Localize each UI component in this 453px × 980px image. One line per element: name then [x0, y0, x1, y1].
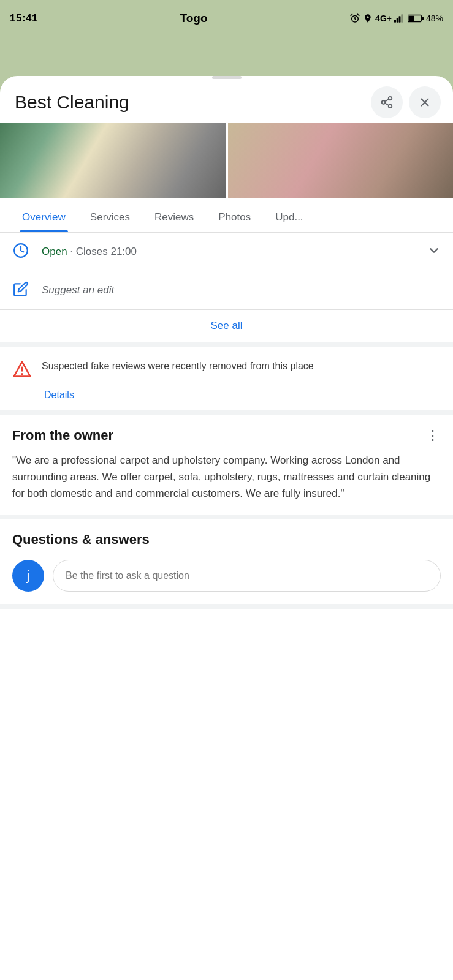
owner-title: From the owner	[12, 428, 113, 443]
svg-rect-4	[397, 18, 398, 23]
map-background	[0, 32, 453, 69]
close-icon	[418, 96, 432, 109]
svg-point-20	[21, 373, 23, 375]
svg-line-14	[385, 99, 389, 102]
svg-line-2	[358, 14, 359, 15]
svg-rect-8	[422, 17, 424, 20]
qa-section: Questions & answers j	[0, 519, 453, 609]
place-title: Best Cleaning	[15, 92, 129, 113]
svg-rect-5	[398, 16, 400, 23]
photo-right[interactable]	[228, 123, 454, 198]
network-type: 4G+	[375, 13, 392, 23]
pencil-icon-container	[12, 281, 29, 300]
svg-rect-6	[401, 14, 403, 23]
tab-reviews[interactable]: Reviews	[142, 203, 206, 232]
svg-rect-9	[408, 16, 414, 21]
suggest-edit-text: Suggest an edit	[42, 284, 114, 296]
warning-triangle-icon	[12, 360, 32, 380]
photo-strip[interactable]	[0, 123, 453, 203]
clock-icon	[13, 243, 29, 258]
suggest-edit-row[interactable]: Suggest an edit	[0, 271, 453, 309]
close-button[interactable]	[409, 86, 441, 118]
alert-row: Suspected fake reviews were recently rem…	[12, 359, 441, 382]
tab-overview[interactable]: Overview	[10, 203, 78, 232]
owner-description: "We are a professional carpet and uphols…	[12, 452, 441, 502]
share-button[interactable]	[371, 86, 403, 118]
avatar-letter: j	[27, 568, 30, 584]
alarm-icon	[349, 13, 360, 24]
chevron-down-icon	[427, 244, 441, 257]
qa-title: Questions & answers	[12, 532, 441, 548]
svg-line-1	[351, 14, 352, 15]
hours-expand[interactable]	[427, 244, 441, 260]
tabs-bar: Overview Services Reviews Photos Upd...	[0, 203, 453, 233]
closes-time: · Closes 21:00	[70, 246, 137, 257]
pencil-icon	[13, 281, 29, 297]
see-all-row[interactable]: See all	[0, 310, 453, 347]
suggest-edit-label: Suggest an edit	[42, 284, 441, 296]
place-card: Best Cleaning Overv	[0, 76, 453, 980]
warning-icon-container	[12, 360, 32, 382]
svg-rect-3	[394, 20, 396, 23]
alert-section: Suspected fake reviews were recently rem…	[0, 347, 453, 415]
tab-updates[interactable]: Upd...	[263, 203, 315, 232]
hours-content: Open · Closes 21:00	[42, 246, 415, 258]
status-carrier: Togo	[180, 12, 208, 25]
owner-header: From the owner ⋮	[12, 428, 441, 443]
location-icon	[363, 13, 373, 23]
more-options-button[interactable]: ⋮	[426, 428, 441, 443]
photo-left[interactable]	[0, 123, 226, 198]
clock-icon-container	[12, 243, 29, 261]
see-all-button[interactable]: See all	[211, 320, 243, 332]
open-status: Open	[42, 246, 67, 257]
header-actions	[371, 86, 441, 118]
qa-input-row: j	[12, 560, 441, 592]
signal-icon	[394, 13, 405, 23]
details-link[interactable]: Details	[44, 390, 441, 401]
hours-row[interactable]: Open · Closes 21:00	[0, 233, 453, 271]
status-bar: 15:41 Togo 4G+ 48%	[0, 0, 453, 32]
tab-services[interactable]: Services	[78, 203, 142, 232]
status-time: 15:41	[10, 12, 38, 24]
svg-line-13	[385, 103, 389, 105]
battery-percent: 48%	[426, 13, 443, 23]
owner-section: From the owner ⋮ "We are a professional …	[0, 415, 453, 519]
tab-photos[interactable]: Photos	[206, 203, 263, 232]
user-avatar: j	[12, 560, 44, 592]
share-icon	[380, 96, 394, 109]
card-header: Best Cleaning	[0, 79, 453, 123]
battery-icon	[408, 14, 424, 23]
ask-question-input[interactable]	[53, 560, 441, 592]
spacer	[0, 609, 453, 658]
status-right: 4G+ 48%	[349, 13, 443, 24]
alert-text: Suspected fake reviews were recently rem…	[42, 359, 314, 374]
